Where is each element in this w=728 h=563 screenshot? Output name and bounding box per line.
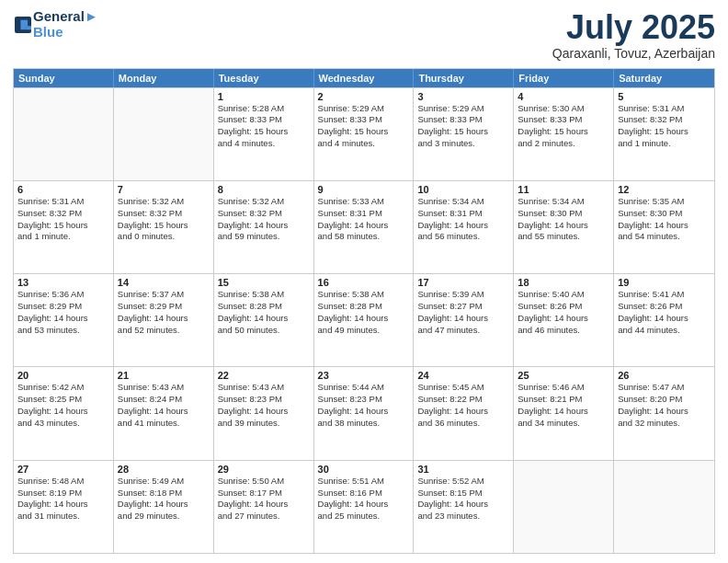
day-number: 31: [417, 464, 509, 475]
calendar-cell: 21Sunrise: 5:43 AM Sunset: 8:24 PM Dayli…: [114, 367, 214, 459]
weekday-header: Monday: [114, 69, 214, 87]
header: General► Blue July 2025 Qaraxanli, Tovuz…: [13, 9, 715, 61]
calendar-cell: 24Sunrise: 5:45 AM Sunset: 8:22 PM Dayli…: [414, 367, 514, 459]
day-number: 9: [318, 184, 410, 195]
day-info: Sunrise: 5:36 AM Sunset: 8:29 PM Dayligh…: [17, 289, 109, 336]
calendar-cell: 12Sunrise: 5:35 AM Sunset: 8:30 PM Dayli…: [614, 181, 714, 273]
calendar-cell: 6Sunrise: 5:31 AM Sunset: 8:32 PM Daylig…: [14, 181, 114, 273]
day-info: Sunrise: 5:32 AM Sunset: 8:32 PM Dayligh…: [118, 196, 210, 243]
day-info: Sunrise: 5:31 AM Sunset: 8:32 PM Dayligh…: [618, 103, 711, 150]
day-number: 2: [318, 91, 410, 102]
day-info: Sunrise: 5:44 AM Sunset: 8:23 PM Dayligh…: [318, 382, 410, 429]
day-info: Sunrise: 5:45 AM Sunset: 8:22 PM Dayligh…: [417, 382, 509, 429]
day-number: 24: [417, 370, 509, 381]
logo-text: General► Blue: [33, 9, 98, 40]
day-info: Sunrise: 5:29 AM Sunset: 8:33 PM Dayligh…: [318, 103, 410, 150]
day-info: Sunrise: 5:33 AM Sunset: 8:31 PM Dayligh…: [318, 196, 410, 243]
calendar-cell: 18Sunrise: 5:40 AM Sunset: 8:26 PM Dayli…: [514, 274, 614, 366]
weekday-header: Tuesday: [214, 69, 314, 87]
day-number: 26: [618, 370, 711, 381]
day-info: Sunrise: 5:42 AM Sunset: 8:25 PM Dayligh…: [17, 382, 109, 429]
calendar-cell: 17Sunrise: 5:39 AM Sunset: 8:27 PM Dayli…: [414, 274, 514, 366]
title-block: July 2025 Qaraxanli, Tovuz, Azerbaijan: [552, 9, 715, 61]
calendar-cell: [14, 88, 114, 180]
day-number: 11: [518, 184, 609, 195]
day-info: Sunrise: 5:40 AM Sunset: 8:26 PM Dayligh…: [518, 289, 609, 336]
day-number: 17: [417, 277, 509, 288]
calendar-cell: 14Sunrise: 5:37 AM Sunset: 8:29 PM Dayli…: [114, 274, 214, 366]
day-info: Sunrise: 5:35 AM Sunset: 8:30 PM Dayligh…: [618, 196, 711, 243]
calendar-body: 1Sunrise: 5:28 AM Sunset: 8:33 PM Daylig…: [14, 87, 714, 553]
calendar-cell: 9Sunrise: 5:33 AM Sunset: 8:31 PM Daylig…: [314, 181, 415, 273]
day-info: Sunrise: 5:52 AM Sunset: 8:15 PM Dayligh…: [417, 476, 509, 523]
day-number: 19: [618, 277, 711, 288]
day-info: Sunrise: 5:34 AM Sunset: 8:30 PM Dayligh…: [518, 196, 609, 243]
calendar-cell: 13Sunrise: 5:36 AM Sunset: 8:29 PM Dayli…: [14, 274, 114, 366]
calendar: SundayMondayTuesdayWednesdayThursdayFrid…: [13, 68, 715, 554]
calendar-cell: 31Sunrise: 5:52 AM Sunset: 8:15 PM Dayli…: [414, 461, 514, 553]
day-number: 16: [318, 277, 410, 288]
day-number: 20: [17, 370, 109, 381]
day-number: 30: [318, 464, 410, 475]
calendar-cell: 7Sunrise: 5:32 AM Sunset: 8:32 PM Daylig…: [114, 181, 214, 273]
calendar-header: SundayMondayTuesdayWednesdayThursdayFrid…: [14, 69, 714, 87]
day-number: 4: [518, 91, 609, 102]
day-info: Sunrise: 5:47 AM Sunset: 8:20 PM Dayligh…: [618, 382, 711, 429]
calendar-cell: 1Sunrise: 5:28 AM Sunset: 8:33 PM Daylig…: [214, 88, 314, 180]
day-info: Sunrise: 5:46 AM Sunset: 8:21 PM Dayligh…: [518, 382, 609, 429]
calendar-row: 13Sunrise: 5:36 AM Sunset: 8:29 PM Dayli…: [14, 273, 714, 366]
day-number: 15: [218, 277, 310, 288]
calendar-cell: 28Sunrise: 5:49 AM Sunset: 8:18 PM Dayli…: [114, 461, 214, 553]
calendar-cell: [514, 461, 614, 553]
day-number: 10: [417, 184, 509, 195]
day-info: Sunrise: 5:28 AM Sunset: 8:33 PM Dayligh…: [218, 103, 310, 150]
calendar-cell: 16Sunrise: 5:38 AM Sunset: 8:28 PM Dayli…: [314, 274, 415, 366]
day-info: Sunrise: 5:48 AM Sunset: 8:19 PM Dayligh…: [17, 476, 109, 523]
calendar-cell: 10Sunrise: 5:34 AM Sunset: 8:31 PM Dayli…: [414, 181, 514, 273]
day-number: 29: [218, 464, 310, 475]
calendar-cell: 3Sunrise: 5:29 AM Sunset: 8:33 PM Daylig…: [414, 88, 514, 180]
day-info: Sunrise: 5:38 AM Sunset: 8:28 PM Dayligh…: [318, 289, 410, 336]
day-info: Sunrise: 5:37 AM Sunset: 8:29 PM Dayligh…: [118, 289, 210, 336]
calendar-row: 6Sunrise: 5:31 AM Sunset: 8:32 PM Daylig…: [14, 180, 714, 273]
day-number: 14: [118, 277, 210, 288]
calendar-cell: 5Sunrise: 5:31 AM Sunset: 8:32 PM Daylig…: [614, 88, 714, 180]
calendar-cell: 15Sunrise: 5:38 AM Sunset: 8:28 PM Dayli…: [214, 274, 314, 366]
weekday-header: Friday: [514, 69, 614, 87]
calendar-cell: 4Sunrise: 5:30 AM Sunset: 8:33 PM Daylig…: [514, 88, 614, 180]
logo-icon: [15, 17, 31, 33]
calendar-cell: 2Sunrise: 5:29 AM Sunset: 8:33 PM Daylig…: [314, 88, 415, 180]
day-info: Sunrise: 5:51 AM Sunset: 8:16 PM Dayligh…: [318, 476, 410, 523]
calendar-row: 20Sunrise: 5:42 AM Sunset: 8:25 PM Dayli…: [14, 366, 714, 459]
weekday-header: Wednesday: [314, 69, 415, 87]
day-number: 22: [218, 370, 310, 381]
weekday-header: Sunday: [14, 69, 114, 87]
day-info: Sunrise: 5:39 AM Sunset: 8:27 PM Dayligh…: [417, 289, 509, 336]
day-number: 5: [618, 91, 711, 102]
day-number: 21: [118, 370, 210, 381]
day-info: Sunrise: 5:43 AM Sunset: 8:24 PM Dayligh…: [118, 382, 210, 429]
calendar-cell: 23Sunrise: 5:44 AM Sunset: 8:23 PM Dayli…: [314, 367, 415, 459]
weekday-header: Thursday: [414, 69, 514, 87]
day-info: Sunrise: 5:41 AM Sunset: 8:26 PM Dayligh…: [618, 289, 711, 336]
day-info: Sunrise: 5:31 AM Sunset: 8:32 PM Dayligh…: [17, 196, 109, 243]
day-number: 8: [218, 184, 310, 195]
calendar-cell: 22Sunrise: 5:43 AM Sunset: 8:23 PM Dayli…: [214, 367, 314, 459]
logo: General► Blue: [13, 9, 98, 40]
day-info: Sunrise: 5:32 AM Sunset: 8:32 PM Dayligh…: [218, 196, 310, 243]
calendar-cell: 30Sunrise: 5:51 AM Sunset: 8:16 PM Dayli…: [314, 461, 415, 553]
day-number: 3: [417, 91, 509, 102]
day-number: 7: [118, 184, 210, 195]
day-number: 25: [518, 370, 609, 381]
calendar-cell: 29Sunrise: 5:50 AM Sunset: 8:17 PM Dayli…: [214, 461, 314, 553]
calendar-cell: 19Sunrise: 5:41 AM Sunset: 8:26 PM Dayli…: [614, 274, 714, 366]
day-info: Sunrise: 5:34 AM Sunset: 8:31 PM Dayligh…: [417, 196, 509, 243]
day-number: 6: [17, 184, 109, 195]
calendar-cell: 26Sunrise: 5:47 AM Sunset: 8:20 PM Dayli…: [614, 367, 714, 459]
weekday-header: Saturday: [614, 69, 714, 87]
day-number: 18: [518, 277, 609, 288]
day-number: 1: [218, 91, 310, 102]
calendar-cell: 11Sunrise: 5:34 AM Sunset: 8:30 PM Dayli…: [514, 181, 614, 273]
day-number: 23: [318, 370, 410, 381]
calendar-cell: 25Sunrise: 5:46 AM Sunset: 8:21 PM Dayli…: [514, 367, 614, 459]
